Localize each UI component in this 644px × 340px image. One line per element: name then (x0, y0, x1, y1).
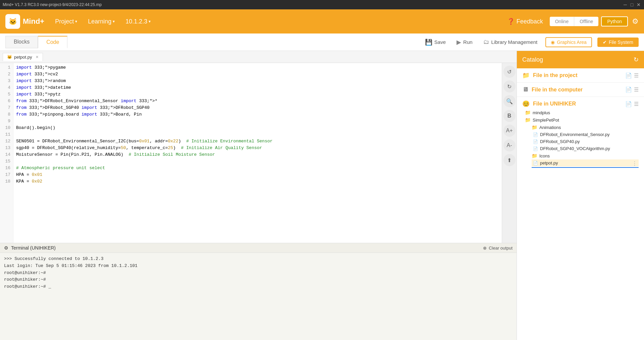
catalog-section-file-in-unihiker: 😊 File in UNIHIKER 📄 ☰ 📁mindplus📁SimpleP… (517, 97, 644, 171)
redo-button[interactable]: ↻ (503, 80, 516, 92)
file-tab-name: petpot.py (14, 55, 32, 60)
logo-area: 🐱 Mind+ (5, 14, 44, 29)
side-toolbar: ↺ ↻ 🔍 B A+ A- ⬆ (502, 63, 517, 243)
offline-button[interactable]: Offline (574, 17, 598, 26)
section-title-file-in-computer: File in the computer (532, 87, 583, 93)
code-editor[interactable]: 123456789101112131415161718 import 333;"… (0, 63, 502, 243)
file-tab-icon: 🐱 (7, 55, 12, 59)
save-icon: 💾 (425, 39, 432, 46)
close-tab-icon[interactable]: ✕ (36, 55, 39, 59)
folder-icon: 📁 (522, 72, 530, 79)
catalog-header: Catalog ↻ (517, 51, 644, 68)
tree-file-petpot-py[interactable]: 📄petpot.py⋮ (532, 159, 639, 166)
clear-icon: ⊗ (483, 246, 487, 251)
refresh-icon[interactable]: ↻ (634, 56, 639, 63)
section-title-file-in-project: File in the project (533, 72, 577, 78)
bold-button[interactable]: B (503, 110, 516, 122)
nav-version[interactable]: 10.1.2.3 ▾ (120, 15, 156, 28)
catalog-section-file-in-project: 📁 File in the project 📄 ☰ (517, 68, 644, 83)
section-title-file-in-unihiker: File in UNIHIKER (533, 101, 576, 107)
chevron-down-icon: ▾ (149, 19, 151, 24)
view-tabs: Blocks Code (5, 36, 67, 48)
tree-folder-mindplus[interactable]: 📁mindplus (525, 109, 639, 116)
terminal-line: Last login: Tue Sep 5 01:15:46 2023 from… (4, 263, 513, 270)
more-options-icon[interactable]: ☰ (634, 72, 639, 79)
maximize-button[interactable]: □ (629, 2, 635, 7)
search-button[interactable]: 🔍 (503, 95, 516, 107)
chevron-down-icon: ▾ (75, 19, 77, 24)
add-file-unihiker-icon[interactable]: 📄 (625, 101, 632, 107)
title-bar: Mind+ V1.7.3 RC3.0 new-project-9/4/2023-… (0, 0, 644, 9)
unihiker-icon: 😊 (522, 100, 530, 108)
clear-output-button[interactable]: ⊗ Clear output (483, 246, 513, 251)
decrease-font-button[interactable]: A- (503, 139, 516, 151)
graphics-icon: ◉ (551, 40, 555, 45)
line-numbers: 123456789101112131415161718 (0, 63, 13, 243)
online-button[interactable]: Online (550, 17, 574, 26)
terminal-content[interactable]: >>> Successfully connected to 10.1.2.3La… (0, 253, 517, 340)
catalog-title: Catalog (522, 56, 543, 63)
section-header-file-in-computer[interactable]: 🖥 File in the computer 📄 ☰ (522, 86, 639, 93)
app-title: Mind+ V1.7.3 RC3.0 new-project-9/4/2023-… (3, 2, 102, 7)
more-options-unihiker-icon[interactable]: ☰ (634, 101, 639, 107)
add-file-computer-icon[interactable]: 📄 (625, 86, 632, 93)
section-header-file-in-unihiker[interactable]: 😊 File in UNIHIKER 📄 ☰ (522, 100, 639, 108)
scroll-top-button[interactable]: ⬆ (503, 154, 516, 166)
tab-code[interactable]: Code (38, 36, 67, 48)
settings-icon[interactable]: ⚙ (632, 17, 639, 26)
main-layout: 🐱 petpot.py ✕ 12345678910111213141516171… (0, 51, 644, 340)
terminal-line: root@unihiker:~# (4, 276, 513, 283)
more-options-computer-icon[interactable]: ☰ (634, 86, 639, 93)
computer-icon: 🖥 (522, 86, 528, 93)
top-nav: 🐱 Mind+ Project ▾ Learning ▾ 10.1.2.3 ▾ … (0, 9, 644, 33)
logo-text: Mind+ (23, 17, 44, 26)
file-tab-petpot[interactable]: 🐱 petpot.py ✕ (3, 53, 43, 61)
nav-project[interactable]: Project ▾ (50, 15, 83, 28)
file-tree-unihiker: 📁mindplus📁SimplePetPot📁Animations📄DFRobo… (522, 108, 639, 168)
run-icon: ▶ (457, 39, 461, 46)
library-management-button[interactable]: 🗂 Library Management (481, 37, 540, 47)
tree-file-DFRobot_SGP40-py[interactable]: 📄DFRobot_SGP40.py (532, 138, 639, 145)
logo-icon: 🐱 (5, 14, 20, 29)
tree-file-DFRobot_Environmental_Sensor-py[interactable]: 📄DFRobot_Environmental_Sensor.py (532, 131, 639, 138)
terminal-line: root@unihiker:~# (4, 270, 513, 277)
library-icon: 🗂 (483, 39, 489, 46)
run-button[interactable]: ▶ Run (454, 37, 475, 47)
terminal-icon: ⚙ (4, 245, 8, 251)
increase-font-button[interactable]: A+ (503, 125, 516, 137)
tree-folder-simplepetpot[interactable]: 📁SimplePetPot (525, 116, 639, 124)
tree-file-DFRobot_SGP40_VOCAlgorithm-py[interactable]: 📄DFRobot_SGP40_VOCAlgorithm.py (532, 145, 639, 152)
code-content[interactable]: import 333;">pygameimport 333;">cv2impor… (13, 63, 502, 243)
feedback-button[interactable]: ❓ Feedback (507, 18, 543, 25)
feedback-icon: ❓ (507, 18, 515, 25)
catalog-panel: Catalog ↻ 📁 File in the project 📄 ☰ 🖥 (517, 51, 644, 340)
close-button[interactable]: ✕ (636, 2, 641, 7)
tab-bar: 🐱 petpot.py ✕ (0, 51, 517, 63)
terminal-area: ⚙ Terminal (UNIHIKER) ⊗ Clear output >>>… (0, 243, 517, 340)
chevron-down-icon: ▾ (113, 19, 115, 24)
terminal-line: >>> Successfully connected to 10.1.2.3 (4, 256, 513, 263)
terminal-title: Terminal (UNIHIKER) (11, 245, 56, 251)
save-button[interactable]: 💾 Save (422, 37, 448, 47)
tab-blocks[interactable]: Blocks (5, 36, 38, 48)
terminal-header: ⚙ Terminal (UNIHIKER) ⊗ Clear output (0, 243, 517, 253)
filesystem-icon: ✔ (603, 40, 607, 45)
tree-folder-icons[interactable]: 📁Icons (532, 152, 639, 159)
catalog-section-file-in-computer: 🖥 File in the computer 📄 ☰ (517, 83, 644, 97)
more-options-icon[interactable]: ⋮ (632, 160, 637, 167)
graphics-area-button[interactable]: ◉ Graphics Area (545, 37, 592, 47)
toolbar: Blocks Code 💾 Save ▶ Run 🗂 Library Manag… (0, 33, 644, 51)
online-offline-toggle[interactable]: Online Offline (550, 17, 599, 26)
undo-button[interactable]: ↺ (503, 66, 516, 78)
nav-learning[interactable]: Learning ▾ (83, 15, 120, 28)
terminal-line: root@unihiker:~# _ (4, 283, 513, 290)
selected-indicator (532, 167, 639, 168)
minimize-button[interactable]: ─ (623, 2, 628, 7)
tree-folder-animations[interactable]: 📁Animations (532, 124, 639, 131)
add-file-icon[interactable]: 📄 (625, 72, 632, 79)
editor-area: 🐱 petpot.py ✕ 12345678910111213141516171… (0, 51, 517, 340)
python-button[interactable]: Python (601, 16, 628, 26)
section-header-file-in-project[interactable]: 📁 File in the project 📄 ☰ (522, 72, 639, 79)
file-system-button[interactable]: ✔ File System (597, 38, 639, 47)
